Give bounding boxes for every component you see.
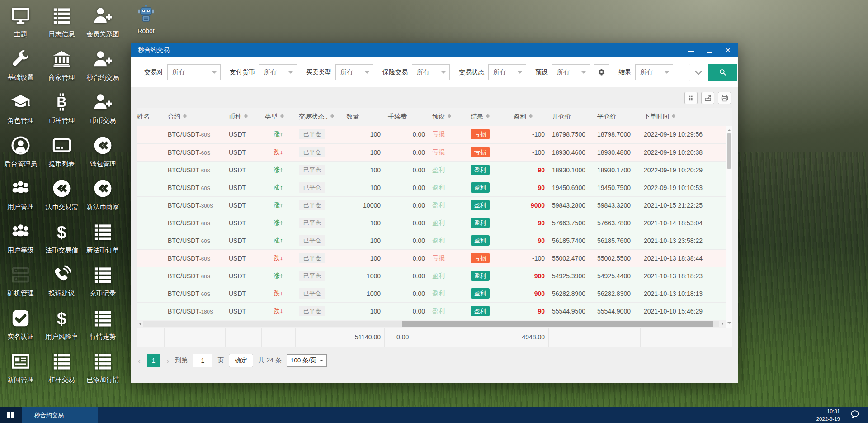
filter-group-1: 支付货币所有 bbox=[230, 64, 297, 80]
goto-page-input[interactable] bbox=[193, 354, 212, 367]
desktop-icon[interactable]: 后台管理员 bbox=[1, 135, 41, 179]
cell-name bbox=[137, 302, 164, 320]
scroll-down-arrow[interactable] bbox=[727, 322, 731, 326]
cell-preset: 盈利 bbox=[429, 232, 467, 249]
table-header-row: 姓名合约币种类型交易状态..数量手续费预设结果盈利开仓价平仓价下单时间 bbox=[137, 108, 726, 126]
column-header-profit[interactable]: 盈利 bbox=[510, 108, 548, 126]
column-header-time[interactable]: 下单时间 bbox=[640, 108, 726, 126]
maximize-button[interactable] bbox=[707, 48, 712, 53]
column-header-preset[interactable]: 预设 bbox=[429, 108, 467, 126]
horizontal-scroll-thumb[interactable] bbox=[402, 321, 713, 327]
cell-result: 亏损 bbox=[467, 249, 510, 267]
summary-cell-profit: 4948.00 bbox=[510, 328, 549, 347]
desktop-icon[interactable]: 日志信息 bbox=[42, 5, 82, 49]
desktop-icon[interactable]: 杠杆交易 bbox=[42, 351, 82, 394]
desktop-icon[interactable]: 钱包管理 bbox=[83, 135, 123, 179]
desktop-icon-robot[interactable]: Robot bbox=[130, 5, 162, 34]
desktop-icon[interactable]: 用户等级 bbox=[1, 222, 41, 265]
desktop-icon[interactable]: 已添加行情 bbox=[83, 351, 123, 394]
cell-contract: BTC/USDT-60S bbox=[164, 214, 225, 232]
summary-table: 51140.000.004948.00 bbox=[137, 328, 732, 347]
close-button[interactable]: ✕ bbox=[725, 47, 731, 53]
desktop-icon-label: 秒合约交易 bbox=[86, 73, 119, 82]
confirm-page-button[interactable]: 确定 bbox=[229, 354, 253, 367]
column-header-status[interactable]: 交易状态.. bbox=[295, 108, 343, 126]
desktop-icon[interactable]: 用户风险率 bbox=[42, 308, 82, 352]
chat-icon[interactable] bbox=[850, 409, 860, 421]
desktop-icon[interactable]: 主题 bbox=[1, 5, 41, 49]
taskbar-clock[interactable]: 10:31 2022-9-19 bbox=[816, 408, 840, 422]
column-header-type[interactable]: 类型 bbox=[261, 108, 295, 126]
cell-open: 18930.4600 bbox=[548, 143, 594, 161]
filter-select[interactable]: 所有 bbox=[259, 64, 297, 80]
desktop-icon[interactable]: 用户管理 bbox=[1, 178, 41, 222]
desktop-icon[interactable]: 会员关系图 bbox=[83, 5, 123, 49]
prev-page-button[interactable]: ‹ bbox=[137, 356, 142, 365]
column-header-coin[interactable]: 币种 bbox=[225, 108, 261, 126]
table-row: BTC/USDT-300SUSDT涨↑已平仓100000.00盈利盈利90005… bbox=[137, 196, 726, 214]
current-page-button[interactable]: 1 bbox=[147, 354, 160, 367]
search-button[interactable] bbox=[708, 64, 737, 81]
list-icon bbox=[93, 265, 113, 287]
desktop-icon[interactable]: 秒合约交易 bbox=[83, 49, 123, 92]
desktop-icon[interactable]: 法币交易信 bbox=[42, 222, 82, 265]
desktop-icon-label: 币种管理 bbox=[49, 116, 75, 125]
cell-preset: 盈利 bbox=[429, 196, 467, 214]
filter-select[interactable]: 所有 bbox=[552, 64, 590, 80]
desktop-icon[interactable]: 投诉建议 bbox=[42, 265, 82, 308]
cell-fee: 0.00 bbox=[384, 161, 429, 179]
cell-name bbox=[137, 143, 164, 161]
desktop-icon[interactable]: 矿机管理 bbox=[1, 265, 41, 308]
column-header-contract[interactable]: 合约 bbox=[164, 108, 225, 126]
gear-button[interactable] bbox=[594, 64, 609, 80]
cell-name bbox=[137, 179, 164, 196]
desktop-icon[interactable]: 币币交易 bbox=[83, 92, 123, 135]
cell-preset: 亏损 bbox=[429, 143, 467, 161]
desktop-icon-label: 钱包管理 bbox=[90, 160, 116, 168]
columns-button[interactable] bbox=[684, 92, 698, 104]
cell-coin: USDT bbox=[225, 232, 261, 249]
cell-name bbox=[137, 285, 164, 302]
desktop-icon[interactable]: 角色管理 bbox=[1, 92, 41, 135]
scroll-left-arrow[interactable] bbox=[137, 322, 143, 326]
desktop-icon[interactable]: 法币交易需 bbox=[42, 178, 82, 222]
filter-select[interactable]: 所有 bbox=[635, 64, 673, 80]
desktop-icon[interactable]: 币种管理 bbox=[42, 92, 82, 135]
taskbar-item-seconds-contract[interactable]: 秒合约交易 bbox=[22, 407, 98, 423]
column-header-result[interactable]: 结果 bbox=[467, 108, 510, 126]
minimize-button[interactable] bbox=[688, 48, 694, 52]
cell-open: 55002.4700 bbox=[548, 249, 594, 267]
filter-select[interactable]: 所有 bbox=[488, 64, 526, 80]
cell-result: 盈利 bbox=[467, 302, 510, 320]
start-button[interactable] bbox=[0, 407, 22, 423]
desktop-icon[interactable]: 提币列表 bbox=[42, 135, 82, 179]
scroll-right-arrow[interactable] bbox=[719, 322, 726, 326]
filter-select[interactable]: 所有 bbox=[167, 64, 221, 80]
desktop-icon[interactable]: 充币记录 bbox=[83, 265, 123, 308]
desktop-icon[interactable]: 新闻管理 bbox=[1, 351, 41, 394]
print-button[interactable] bbox=[718, 92, 731, 104]
desktop-icon[interactable]: 基础设置 bbox=[1, 49, 41, 92]
horizontal-scrollbar[interactable] bbox=[137, 320, 726, 328]
desktop-icon-label: 矿机管理 bbox=[8, 289, 34, 298]
filter-select[interactable]: 所有 bbox=[412, 64, 450, 80]
cell-close: 55002.5500 bbox=[594, 249, 640, 267]
export-button[interactable] bbox=[701, 92, 714, 104]
cell-type: 涨↑ bbox=[261, 126, 295, 143]
vertical-scrollbar[interactable] bbox=[726, 108, 732, 328]
page-size-select[interactable]: 100 条/页 bbox=[287, 354, 327, 367]
desktop-icon[interactable]: 新法币订单 bbox=[83, 222, 123, 265]
desktop-icon[interactable]: 商家管理 bbox=[42, 49, 82, 92]
filter-select[interactable]: 所有 bbox=[335, 64, 373, 80]
cell-preset: 亏损 bbox=[429, 249, 467, 267]
chevron-down-button[interactable] bbox=[689, 64, 708, 81]
next-page-button[interactable]: › bbox=[165, 356, 170, 365]
desktop-icon[interactable]: 新法币商家 bbox=[83, 178, 123, 222]
vertical-scroll-thumb[interactable] bbox=[727, 133, 731, 169]
desktop-icon[interactable]: 实名认证 bbox=[1, 308, 41, 352]
cell-status: 已平仓 bbox=[295, 161, 343, 179]
cell-status: 已平仓 bbox=[295, 126, 343, 143]
window-titlebar[interactable]: 秒合约交易 ✕ bbox=[131, 43, 738, 57]
scroll-up-arrow[interactable] bbox=[727, 128, 731, 131]
desktop-icon[interactable]: 行情走势 bbox=[83, 308, 123, 352]
